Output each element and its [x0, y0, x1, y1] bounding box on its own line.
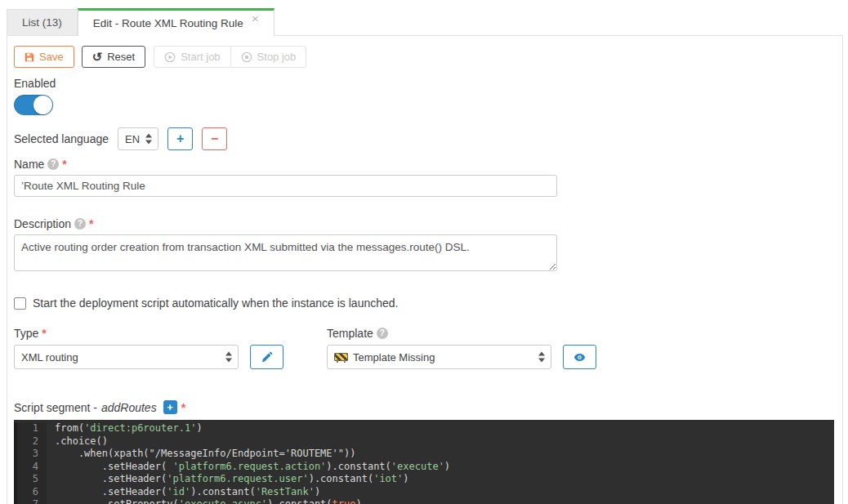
tab-list[interactable]: List (13) [7, 9, 78, 35]
tab-edit[interactable]: Edit - Route XML Routing Rule× [78, 8, 274, 36]
type-value: XML routing [21, 351, 78, 364]
template-value: Template Missing [353, 351, 435, 364]
autostart-checkbox[interactable] [14, 297, 26, 310]
construction-barrier-icon [334, 352, 348, 363]
job-button-group: Start job Stop job [154, 46, 306, 68]
code-line: 4 .setHeader( 'platform6.request.action'… [14, 461, 834, 474]
plus-icon: + [167, 401, 173, 413]
type-label: Type [14, 327, 38, 340]
remove-language-button[interactable]: − [202, 127, 227, 150]
language-select[interactable]: EN [118, 127, 158, 150]
enabled-toggle[interactable] [14, 95, 53, 115]
type-select[interactable]: XML routing [14, 345, 239, 369]
code-editor[interactable]: 1from('direct:p6router.1')2.choice()3 .w… [14, 420, 834, 504]
required-asterisk: * [89, 217, 93, 230]
add-script-button[interactable]: + [163, 400, 177, 414]
toolbar: Save ↺ Reset Start job Stop job [14, 46, 836, 68]
reset-button[interactable]: ↺ Reset [82, 46, 146, 68]
floppy-icon [25, 52, 34, 62]
required-asterisk: * [181, 401, 185, 414]
edit-panel: Save ↺ Reset Start job Stop job [7, 35, 843, 504]
language-value: EN [125, 133, 140, 145]
select-arrows-icon [145, 134, 153, 145]
view-template-button[interactable] [563, 345, 596, 369]
play-circle-icon [164, 51, 176, 63]
reset-label: Reset [107, 51, 135, 63]
stop-job-button[interactable]: Stop job [230, 46, 307, 68]
script-segment-label: Script segment - [14, 401, 97, 414]
autostart-label: Start the deployment script automaticall… [33, 297, 398, 310]
code-line: 2.choice() [14, 435, 834, 448]
tab-list-label: List (13) [22, 16, 62, 29]
reset-icon: ↺ [92, 51, 103, 63]
required-asterisk: * [42, 327, 46, 340]
tab-bar: List (13) Edit - Route XML Routing Rule× [0, 8, 848, 35]
save-label: Save [39, 51, 64, 63]
code-line: 1from('direct:p6router.1') [14, 422, 834, 435]
name-input[interactable] [14, 175, 557, 197]
code-line: 3 .when(xpath("/MessageInfo/Endpoint='RO… [14, 448, 834, 461]
edit-type-button[interactable] [250, 345, 283, 369]
enabled-label: Enabled [14, 77, 836, 90]
code-line: 7 .setProperty('execute.async').constant… [14, 498, 834, 504]
select-arrows-icon [225, 352, 233, 363]
pencil-icon [261, 351, 273, 364]
save-button[interactable]: Save [14, 46, 74, 68]
help-icon[interactable]: ? [47, 158, 59, 170]
help-icon[interactable]: ? [377, 328, 388, 339]
tab-edit-label: Edit - Route XML Routing Rule [93, 17, 243, 29]
add-language-button[interactable]: + [167, 127, 193, 150]
select-arrows-icon [538, 352, 546, 363]
stop-job-label: Stop job [257, 51, 297, 63]
code-line: 6 .setHeader('id').constant('RestTank') [14, 486, 834, 499]
code-line: 5 .setHeader('platform6.request.user').c… [14, 473, 834, 486]
template-select[interactable]: Template Missing [327, 345, 551, 369]
name-label: Name [14, 158, 44, 171]
help-icon[interactable]: ? [74, 218, 86, 230]
close-icon[interactable]: × [252, 11, 259, 25]
eye-icon [573, 351, 587, 364]
script-method-name: addRoutes [101, 401, 157, 414]
description-label: Description [14, 217, 71, 230]
stop-circle-icon [241, 51, 252, 63]
plus-icon: + [176, 132, 184, 145]
language-label: Selected language [14, 132, 109, 145]
description-textarea[interactable]: Active routing order creation from trans… [14, 234, 557, 271]
minus-icon: − [211, 132, 218, 145]
required-asterisk: * [62, 158, 66, 171]
template-label: Template [327, 327, 373, 340]
start-job-button[interactable]: Start job [154, 46, 230, 68]
toggle-knob [33, 96, 52, 114]
start-job-label: Start job [181, 51, 220, 63]
